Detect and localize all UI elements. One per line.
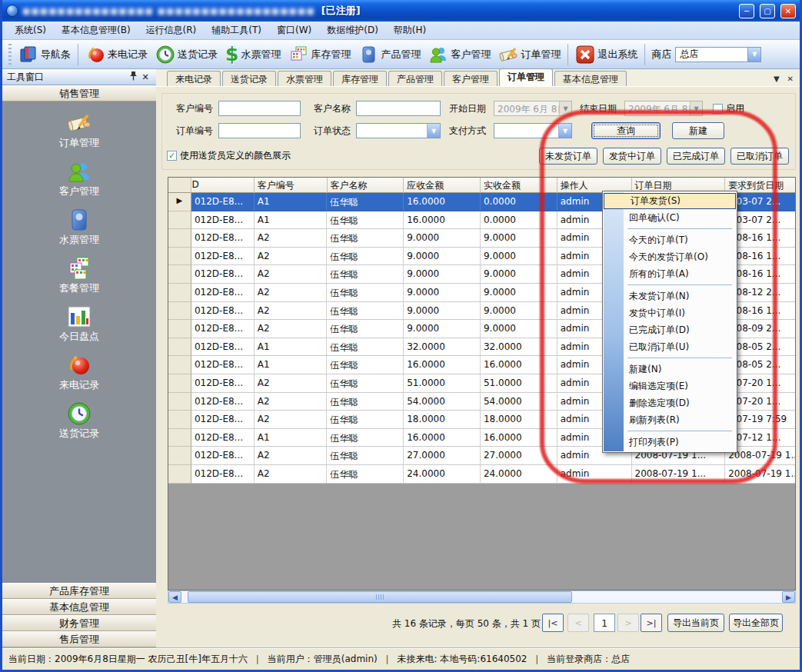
- context-menu-item[interactable]: 新建(N): [603, 361, 737, 378]
- store-select[interactable]: 总店 ▼: [675, 47, 761, 62]
- maximize-button[interactable]: ▢: [760, 4, 775, 18]
- order-status-select[interactable]: ▼: [356, 123, 441, 138]
- start-date-picker[interactable]: 2009年 6月 8日 ▼: [494, 101, 572, 116]
- end-date-picker[interactable]: 2009年 6月 8日 ▼: [624, 101, 703, 116]
- horizontal-scrollbar[interactable]: ◀ ▶: [168, 590, 796, 604]
- scrollbar-track[interactable]: [181, 591, 782, 603]
- row-selector[interactable]: [168, 338, 191, 357]
- customer-no-input[interactable]: [218, 101, 301, 116]
- menu-aux-tools[interactable]: 辅助工具(T): [204, 22, 269, 39]
- minimize-button[interactable]: ─: [739, 4, 754, 18]
- row-selector[interactable]: ▶: [168, 193, 191, 211]
- row-selector[interactable]: [168, 248, 191, 266]
- toolbar-delivery-log-button[interactable]: 送货记录: [151, 42, 221, 67]
- tab-call-log[interactable]: 来电记录: [167, 71, 221, 86]
- last-page-button[interactable]: >|: [641, 614, 662, 632]
- sidebar-group-sales[interactable]: 销售管理: [2, 85, 156, 101]
- context-menu-item[interactable]: 发货中订单(I): [603, 304, 737, 321]
- filter-completed-button[interactable]: 已完成订单: [667, 148, 725, 165]
- row-selector[interactable]: [168, 284, 191, 302]
- order-no-input[interactable]: [218, 123, 301, 138]
- sidebar-group-after-sales[interactable]: 售后管理: [2, 631, 156, 647]
- toolbar-exit-button[interactable]: 退出系统: [571, 42, 641, 67]
- prev-page-button[interactable]: <: [567, 614, 589, 632]
- tab-customer[interactable]: 客户管理: [444, 71, 498, 86]
- delivery-color-checkbox[interactable]: ✓ 使用送货员定义的颜色展示: [167, 149, 291, 161]
- sidebar-group-basic-info[interactable]: 基本信息管理: [2, 599, 156, 615]
- enable-checkbox[interactable]: 启用: [713, 102, 744, 115]
- context-menu-item[interactable]: 订单发货(S): [604, 193, 736, 209]
- menu-data-maint[interactable]: 数据维护(D): [319, 22, 386, 39]
- row-selector[interactable]: [168, 265, 191, 284]
- row-selector[interactable]: [168, 374, 191, 393]
- scroll-left-icon[interactable]: ◀: [168, 591, 181, 603]
- sidebar-item-delivery-log[interactable]: 送货记录: [2, 401, 156, 450]
- context-menu-item[interactable]: 所有的订单(A): [603, 265, 737, 282]
- context-menu-item[interactable]: 今天的订单(T): [603, 231, 737, 248]
- row-selector[interactable]: [168, 356, 191, 374]
- column-header-customer-no[interactable]: 客户编号: [255, 178, 328, 193]
- tab-product[interactable]: 产品管理: [388, 71, 442, 86]
- row-selector[interactable]: [168, 229, 191, 248]
- tab-water-ticket[interactable]: 水票管理: [278, 71, 331, 86]
- row-selector[interactable]: [168, 320, 191, 338]
- toolbar-customer-button[interactable]: 客户管理: [424, 42, 494, 67]
- row-selector[interactable]: [168, 393, 191, 411]
- sidebar-item-combo[interactable]: 套餐管理: [2, 256, 156, 304]
- filter-shipping-button[interactable]: 发货中订单: [603, 148, 661, 165]
- close-icon[interactable]: ✕: [139, 72, 151, 82]
- toolbar-inventory-button[interactable]: 库存管理: [285, 42, 354, 67]
- context-menu-item[interactable]: 今天的发货订单(O): [603, 248, 737, 265]
- column-header-customer-name[interactable]: 客户名称: [328, 178, 404, 193]
- customer-name-input[interactable]: [356, 101, 441, 116]
- pin-icon[interactable]: [127, 71, 139, 83]
- sidebar-item-daily-check[interactable]: 今日盘点: [2, 304, 156, 353]
- context-menu-item[interactable]: 已完成订单(D): [603, 321, 737, 338]
- first-page-button[interactable]: |<: [542, 614, 564, 632]
- column-header-id[interactable]: ID: [191, 178, 255, 193]
- tab-order[interactable]: 订单管理: [499, 68, 553, 86]
- export-current-page-button[interactable]: 导出当前页: [667, 614, 724, 632]
- table-row[interactable]: 012D-E8...A2伍华聪24.000024.0000admin2008-0…: [168, 465, 795, 484]
- column-header-receivable[interactable]: 应收金额: [404, 178, 481, 193]
- new-button[interactable]: 新建: [672, 122, 724, 139]
- next-page-button[interactable]: >: [617, 614, 639, 632]
- toolbar-nav-button[interactable]: 导航条: [15, 42, 75, 67]
- context-menu-item[interactable]: 已取消订单(U): [603, 338, 737, 355]
- context-menu-item[interactable]: 回单确认(C): [603, 209, 737, 226]
- tab-close-icon[interactable]: ✕: [787, 75, 794, 83]
- row-selector[interactable]: [168, 411, 191, 429]
- tab-scroll-icon[interactable]: ▼: [774, 75, 780, 83]
- tab-delivery-log[interactable]: 送货记录: [222, 71, 276, 86]
- context-menu-item[interactable]: 打印列表(P): [603, 434, 737, 451]
- menu-system[interactable]: 系统(S): [7, 22, 54, 39]
- sidebar-item-call-log[interactable]: 来电记录: [2, 353, 156, 401]
- row-selector[interactable]: [168, 447, 191, 465]
- filter-cancelled-button[interactable]: 已取消订单: [730, 148, 789, 165]
- filter-unshipped-button[interactable]: 未发货订单: [539, 148, 597, 165]
- row-selector[interactable]: [168, 429, 191, 447]
- sidebar-group-finance[interactable]: 财务管理: [2, 615, 156, 631]
- toolbar-water-ticket-button[interactable]: $ 水票管理: [221, 42, 285, 67]
- page-number-input[interactable]: 1: [594, 614, 615, 632]
- sidebar-item-customer[interactable]: 客户管理: [2, 159, 156, 208]
- sidebar-item-order[interactable]: 订单管理: [2, 111, 156, 159]
- menu-help[interactable]: 帮助(H): [386, 22, 434, 39]
- close-button[interactable]: ✕: [780, 4, 796, 18]
- menu-basic-info[interactable]: 基本信息管理(B): [54, 22, 138, 39]
- tab-basic-info[interactable]: 基本信息管理: [554, 71, 627, 86]
- menu-run-info[interactable]: 运行信息(R): [138, 22, 205, 39]
- context-menu-item[interactable]: 未发货订单(N): [603, 288, 737, 304]
- scroll-right-icon[interactable]: ▶: [782, 591, 795, 603]
- pay-method-select[interactable]: ▼: [494, 123, 572, 138]
- tab-inventory[interactable]: 库存管理: [333, 71, 387, 86]
- row-selector[interactable]: [168, 302, 191, 321]
- context-menu-item[interactable]: 删除选定项(D): [603, 394, 737, 411]
- row-selector[interactable]: [168, 465, 191, 484]
- sidebar-group-product-inventory[interactable]: 产品库存管理: [2, 583, 156, 599]
- scrollbar-thumb[interactable]: [188, 591, 572, 603]
- toolbar-product-button[interactable]: 产品管理: [354, 42, 424, 67]
- column-header-received[interactable]: 实收金额: [481, 178, 557, 193]
- row-selector[interactable]: [168, 211, 191, 230]
- query-button[interactable]: 查询: [591, 122, 661, 139]
